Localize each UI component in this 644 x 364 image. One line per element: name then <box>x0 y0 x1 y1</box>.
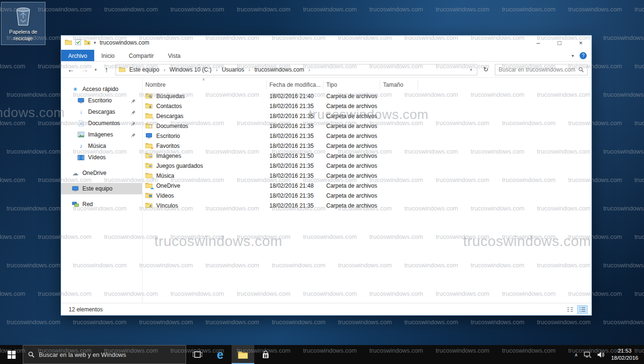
sidebar-network[interactable]: Red <box>61 199 142 210</box>
file-row-favoritos[interactable]: ★Favoritos 18/02/2016 21:35 Carpeta de a… <box>143 141 591 151</box>
file-name: Juegos guardados <box>156 163 203 169</box>
help-button[interactable]: ? <box>580 52 587 59</box>
tab-archivo[interactable]: Archivo <box>61 50 94 61</box>
file-name: Vínculos <box>156 202 178 209</box>
watermark-text: trucoswindows.com <box>603 91 644 98</box>
tab-vista[interactable]: Vista <box>161 50 188 61</box>
sidebar-onedrive[interactable]: ☁ OneDrive <box>61 167 142 179</box>
watermark-text: trucoswindows.com <box>38 6 91 13</box>
desktop[interactable]: { "watermark": { "text": "trucoswindows.… <box>0 0 644 364</box>
forward-button[interactable]: → <box>79 64 91 75</box>
file-row-vinculos[interactable]: Vínculos 18/02/2016 21:35 Carpeta de arc… <box>143 200 591 210</box>
breadcrumb-separator-icon[interactable]: › <box>305 67 313 73</box>
network-tray-icon[interactable] <box>584 352 591 358</box>
pictures-icon <box>77 132 85 137</box>
new-folder-icon[interactable] <box>84 38 90 47</box>
watermark-text: trucoswindows.com <box>603 148 644 155</box>
watermark-text: trucoswindows.com <box>272 318 325 326</box>
sidebar-this-pc[interactable]: Este equipo <box>61 183 142 194</box>
file-name: Búsquedas <box>156 93 185 100</box>
qat-customize-chevron-icon[interactable]: ▾ <box>94 40 96 45</box>
details-view-button[interactable] <box>577 305 588 314</box>
recycle-bin[interactable]: Papelera de reciclaje <box>1 2 45 45</box>
address-bar[interactable]: Este equipo › Windows 10 (C:) › Usuarios… <box>116 64 477 75</box>
tab-compartir[interactable]: Compartir <box>122 50 161 61</box>
file-row-descargas[interactable]: ↓Descargas 18/02/2016 21:35 Carpeta de a… <box>143 111 591 121</box>
file-row-onedrive[interactable]: ☁OneDrive 18/02/2016 21:48 Carpeta de ar… <box>143 181 591 191</box>
watermark-text: trucoswindows.com <box>7 91 60 98</box>
search-icon[interactable] <box>578 67 584 73</box>
file-row-escritorio[interactable]: Escritorio 18/02/2016 21:35 Carpeta de a… <box>143 131 591 141</box>
volume-icon[interactable] <box>598 352 605 358</box>
clock-time: 21:53 <box>611 347 638 355</box>
title-bar[interactable]: ▾ trucoswindows.com – □ × <box>61 36 591 50</box>
breadcrumb-separator-icon[interactable]: › <box>245 67 254 73</box>
edge-icon[interactable]: e <box>209 345 232 364</box>
store-icon[interactable] <box>254 345 277 364</box>
watermark-text: trucoswindows.com <box>502 6 555 13</box>
file-name: Vídeos <box>156 192 174 199</box>
file-row-busquedas[interactable]: Búsquedas 18/02/2016 21:40 Carpeta de ar… <box>143 91 591 101</box>
file-type: Carpeta de archivos <box>323 202 380 209</box>
file-modified: 18/02/2016 21:35 <box>267 202 323 209</box>
explorer-search-box[interactable] <box>495 64 588 75</box>
sidebar-label: Vídeos <box>88 154 106 161</box>
file-explorer-taskbar-icon[interactable] <box>232 345 254 364</box>
folder-links-icon <box>145 202 153 209</box>
file-row-juegos-guardados[interactable]: Juegos guardados 18/02/2016 21:35 Carpet… <box>143 161 591 171</box>
breadcrumb-usuarios[interactable]: Usuarios <box>221 66 245 73</box>
folder-downloads-icon: ↓ <box>145 113 153 119</box>
folder-music-icon: ♪ <box>145 173 153 179</box>
sidebar-label: Escritorio <box>88 97 112 104</box>
sidebar-item-escritorio[interactable]: Escritorio <box>61 95 142 106</box>
tab-inicio[interactable]: Inicio <box>94 50 122 61</box>
sidebar-item-videos[interactable]: Vídeos <box>61 152 142 163</box>
list-view-button[interactable] <box>565 305 575 314</box>
minimize-button[interactable]: – <box>528 36 549 50</box>
sidebar-label: Música <box>88 143 106 149</box>
column-header-tamano[interactable]: Tamaño <box>380 80 418 90</box>
file-row-imagenes[interactable]: Imágenes 18/02/2016 21:50 Carpeta de arc… <box>143 151 591 161</box>
breadcrumb-separator-icon[interactable]: › <box>160 67 169 73</box>
task-view-button[interactable] <box>186 345 209 364</box>
taskbar-clock[interactable]: 21:53 18/02/2016 <box>611 347 638 362</box>
address-dropdown-chevron-icon[interactable]: ▾ <box>468 67 474 72</box>
file-name: Favoritos <box>156 143 179 149</box>
sidebar-label: OneDrive <box>82 170 107 176</box>
watermark-text: trucoswindows.com <box>7 205 60 212</box>
back-button[interactable]: ← <box>65 64 77 75</box>
breadcrumb-este-equipo[interactable]: Este equipo <box>128 66 160 73</box>
expand-ribbon-chevron-icon[interactable]: ▾ <box>572 53 574 58</box>
explorer-search-input[interactable] <box>499 66 578 73</box>
refresh-button[interactable]: ↻ <box>480 64 492 75</box>
sidebar-item-musica[interactable]: ♪ Música <box>61 140 142 152</box>
start-button[interactable] <box>0 345 23 364</box>
file-row-contactos[interactable]: Contactos 18/02/2016 21:35 Carpeta de ar… <box>143 101 591 111</box>
sidebar-item-descargas[interactable]: ↓ Descargas <box>61 106 142 118</box>
breadcrumb-windows10[interactable]: Windows 10 (C:) <box>169 66 213 73</box>
file-row-documentos[interactable]: Documentos 18/02/2016 21:35 Carpeta de a… <box>143 121 591 131</box>
sidebar-item-documentos[interactable]: Documentos <box>61 118 142 129</box>
file-row-videos[interactable]: Vídeos 18/02/2016 21:35 Carpeta de archi… <box>143 191 591 200</box>
up-button[interactable]: ↑ <box>100 64 113 75</box>
taskbar-search-box[interactable] <box>23 345 186 364</box>
column-header-nombre[interactable]: Nombre <box>143 80 267 90</box>
watermark-text: trucoswindows.com <box>635 6 644 13</box>
file-type: Carpeta de archivos <box>323 93 380 100</box>
taskbar-search-input[interactable] <box>39 351 181 358</box>
column-header-fecha[interactable]: Fecha de modifica... <box>267 80 323 90</box>
close-button[interactable]: × <box>570 36 591 50</box>
file-row-musica[interactable]: ♪Música 18/02/2016 21:35 Carpeta de arch… <box>143 171 591 181</box>
properties-icon[interactable] <box>75 38 81 47</box>
tray-chevron-up-icon[interactable]: ∧ <box>574 352 578 357</box>
breadcrumb-separator-icon[interactable]: › <box>213 67 221 73</box>
recent-locations-chevron-icon[interactable]: ▾ <box>92 67 99 72</box>
sidebar-quick-access[interactable]: ★ Acceso rápido <box>61 83 142 95</box>
sidebar-item-imagenes[interactable]: Imágenes <box>61 129 142 140</box>
watermark-text: trucoswindows.com <box>635 63 644 70</box>
column-header-tipo[interactable]: Tipo <box>323 80 380 90</box>
watermark-text: trucoswindows.com <box>139 318 193 326</box>
maximize-button[interactable]: □ <box>549 36 570 50</box>
navigation-pane: ★ Acceso rápido Escritorio ↓ Descargas D… <box>61 78 143 303</box>
breadcrumb-trucoswindows[interactable]: trucoswindows.com <box>253 66 305 73</box>
